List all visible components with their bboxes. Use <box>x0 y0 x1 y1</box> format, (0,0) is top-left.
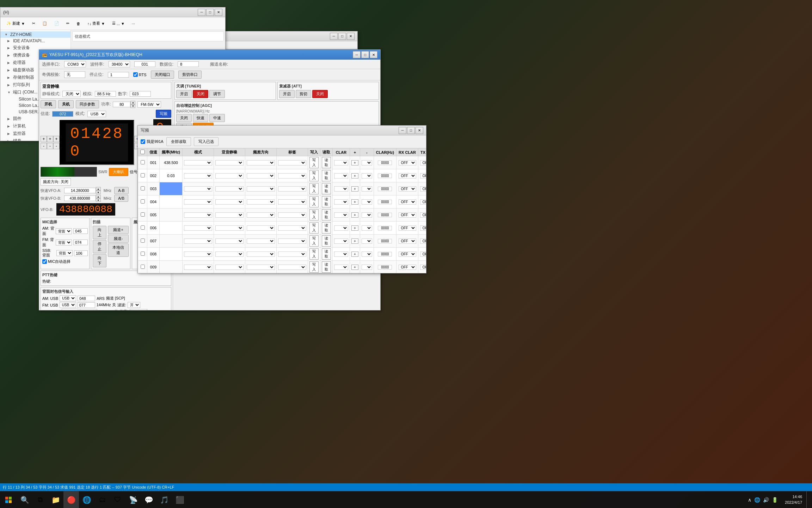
dir-dropdown[interactable] <box>247 160 275 165</box>
row-minus[interactable] <box>360 222 374 235</box>
row-label[interactable] <box>276 235 308 248</box>
clar-dropdown[interactable] <box>334 199 348 205</box>
copy-port-btn[interactable]: 剪切串口 <box>178 71 202 79</box>
dir-dropdown[interactable] <box>247 225 275 231</box>
clar-minus-dropdown[interactable] <box>362 173 372 179</box>
row-write[interactable]: 写入 <box>308 235 320 248</box>
taskbar-network-icon[interactable]: 📡 <box>125 491 141 508</box>
row-plus[interactable]: + <box>350 195 360 208</box>
clar-minus-dropdown[interactable] <box>362 160 372 165</box>
clar-hz-input[interactable] <box>378 226 392 230</box>
row-freq[interactable]: 0.03 <box>160 169 183 182</box>
row-tx-clar[interactable]: OFF <box>418 222 426 235</box>
write-btn[interactable]: 写入 <box>309 170 319 181</box>
row-checkbox[interactable] <box>141 199 145 204</box>
row-plus[interactable]: + <box>350 222 360 235</box>
sub-audio-dropdown[interactable] <box>215 252 244 257</box>
rx-clar-dropdown[interactable]: OFF <box>399 252 416 257</box>
fm-usb-select[interactable]: USB <box>60 302 76 308</box>
rx-clar-dropdown[interactable]: OFF <box>399 238 416 244</box>
close-port-btn[interactable]: 关闭端口 <box>151 71 174 79</box>
read-all-btn[interactable]: 全部读取 <box>166 137 191 146</box>
row-clar-hz[interactable] <box>374 222 396 235</box>
taskbar-explorer-icon[interactable]: 📁 <box>48 491 63 508</box>
row-sub-audio[interactable] <box>214 248 245 261</box>
sub-audio-dropdown[interactable] <box>215 265 244 270</box>
row-label[interactable] <box>276 195 308 208</box>
row-clar-hz[interactable] <box>374 208 396 222</box>
row-tx-clar[interactable]: OFF <box>418 248 426 261</box>
row-read[interactable]: 读取 <box>320 208 332 222</box>
plus-btn-2[interactable]: + <box>47 136 53 142</box>
tx-clar-dropdown[interactable]: OFF <box>420 173 426 179</box>
rx-clar-dropdown[interactable]: OFF <box>399 199 416 205</box>
am-usb-select[interactable]: USB <box>60 295 76 301</box>
row-tx-clar[interactable]: OFF <box>418 169 426 182</box>
taskbar-search-icon[interactable]: 🔍 <box>17 491 32 508</box>
sub-audio-dropdown[interactable] <box>215 238 244 244</box>
quick-vfob-input[interactable] <box>64 195 96 201</box>
vfob-down[interactable]: ▼ <box>96 198 101 202</box>
dir-dropdown[interactable] <box>247 186 275 192</box>
read-btn[interactable]: 读取 <box>322 157 331 168</box>
read-btn[interactable]: 读取 <box>322 235 331 247</box>
tx-clar-dropdown[interactable]: OFF <box>420 199 426 205</box>
clar-hz-input[interactable] <box>378 213 392 217</box>
read-btn[interactable]: 读取 <box>322 170 331 181</box>
row-freq[interactable] <box>160 208 183 222</box>
row-write[interactable]: 写入 <box>308 248 320 261</box>
fm-mic-select[interactable]: 背面 <box>56 240 72 246</box>
row-checkbox-cell[interactable] <box>138 235 147 248</box>
sub-audio-dropdown[interactable] <box>215 212 244 218</box>
agc-close-btn[interactable]: 关闭 <box>176 114 192 122</box>
read-btn[interactable]: 读取 <box>322 261 331 273</box>
clar-minus-dropdown[interactable] <box>362 186 372 192</box>
ssb-mic-select[interactable]: 背面 <box>56 250 73 256</box>
clar-dropdown[interactable] <box>334 252 348 257</box>
row-sub-audio[interactable] <box>214 156 245 169</box>
row-label[interactable] <box>276 261 308 273</box>
row-clar[interactable] <box>332 261 350 273</box>
rx-clar-dropdown[interactable]: OFF <box>399 265 416 270</box>
sub-audio-dropdown[interactable] <box>215 173 244 179</box>
tuner-on-btn[interactable]: 开启 <box>176 90 192 98</box>
clar-minus-dropdown[interactable] <box>362 199 372 205</box>
row-plus[interactable]: + <box>350 248 360 261</box>
clar-hz-input[interactable] <box>378 174 392 178</box>
row-write[interactable]: 写入 <box>308 169 320 182</box>
row-checkbox[interactable] <box>141 265 145 269</box>
att-on-btn[interactable]: 开启 <box>279 90 295 98</box>
clar-minus-dropdown[interactable] <box>362 212 372 218</box>
rename-button[interactable]: ✏ <box>63 19 73 28</box>
label-dropdown[interactable] <box>278 199 306 205</box>
down-btn[interactable]: 向下 <box>93 254 106 267</box>
clar-hz-input[interactable] <box>378 265 392 270</box>
clar-plus-btn[interactable]: + <box>351 173 358 179</box>
mode-dropdown[interactable] <box>184 252 212 257</box>
row-sub-audio[interactable] <box>214 208 245 222</box>
close-main-radio[interactable]: ✕ <box>370 51 377 58</box>
row-clar-hz[interactable] <box>374 195 396 208</box>
agc-fast-btn[interactable]: 快速 <box>193 114 208 122</box>
clar-plus-btn[interactable]: + <box>351 186 358 192</box>
taskbar-speaker-icon[interactable]: 🔊 <box>763 497 769 503</box>
row-minus[interactable] <box>360 156 374 169</box>
show-desktop-button[interactable] <box>806 491 809 508</box>
minimize-main-radio[interactable]: ─ <box>353 51 361 58</box>
more-button[interactable]: ··· <box>129 20 138 28</box>
row-rx-clar[interactable]: OFF <box>396 222 418 235</box>
row-checkbox[interactable] <box>141 173 145 177</box>
row-freq[interactable] <box>160 235 183 248</box>
ab-switch2-btn[interactable]: A/B <box>114 195 128 202</box>
clar-dropdown[interactable] <box>334 225 348 231</box>
start-button[interactable] <box>0 491 17 508</box>
tx-clar-dropdown[interactable]: OFF <box>420 265 426 270</box>
row-clar-hz[interactable] <box>374 248 396 261</box>
row-checkbox[interactable] <box>141 225 145 230</box>
clar-plus-btn[interactable]: + <box>351 199 358 205</box>
row-dir[interactable] <box>245 169 276 182</box>
row-tx-clar[interactable]: OFF <box>418 261 426 273</box>
label-dropdown[interactable] <box>278 186 306 192</box>
ssb-usb-select[interactable]: USB <box>62 309 78 310</box>
row-read[interactable]: 读取 <box>320 248 332 261</box>
